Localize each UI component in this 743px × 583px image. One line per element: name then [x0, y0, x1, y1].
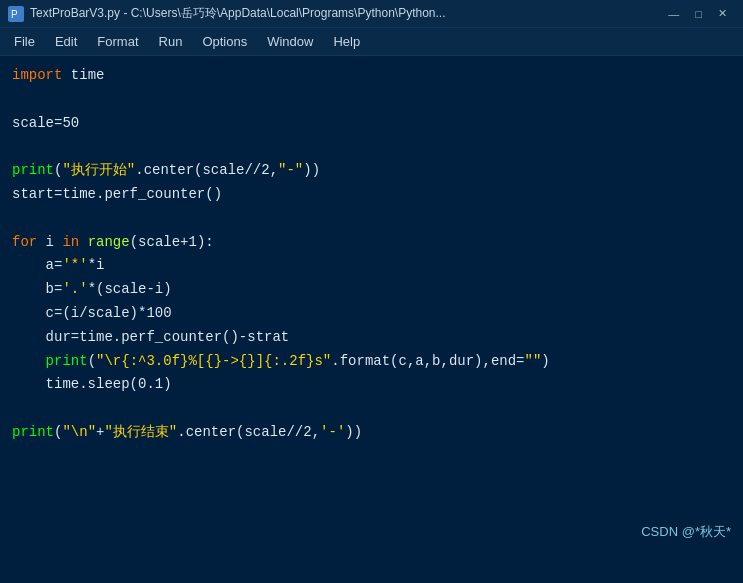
menu-options[interactable]: Options [192, 32, 257, 51]
code-line-8: for i in range(scale+1): [12, 231, 731, 255]
menu-format[interactable]: Format [87, 32, 148, 51]
code-line-12: dur=time.perf_counter()-strat [12, 326, 731, 350]
menu-window[interactable]: Window [257, 32, 323, 51]
svg-text:P: P [11, 9, 18, 20]
code-editor[interactable]: import time scale=50 print("执行开始".center… [0, 56, 743, 555]
maximize-button[interactable]: □ [687, 8, 710, 20]
code-line-11: c=(i/scale)*100 [12, 302, 731, 326]
menu-file[interactable]: File [4, 32, 45, 51]
code-line-5: print("执行开始".center(scale//2,"-")) [12, 159, 731, 183]
code-line-7 [12, 207, 731, 231]
code-line-1: import time [12, 64, 731, 88]
code-line-13: print("\r{:^3.0f}%[{}->{}]{:.2f}s".forma… [12, 350, 731, 374]
code-line-9: a='*'*i [12, 254, 731, 278]
code-line-10: b='.'*(scale-i) [12, 278, 731, 302]
code-line-2 [12, 88, 731, 112]
menu-run[interactable]: Run [149, 32, 193, 51]
code-line-15 [12, 397, 731, 421]
menu-help[interactable]: Help [323, 32, 370, 51]
app-icon: P [8, 6, 24, 22]
window-title: TextProBarV3.py - C:\Users\岳巧玲\AppData\L… [30, 5, 660, 22]
menu-bar: File Edit Format Run Options Window Help [0, 28, 743, 56]
code-line-14: time.sleep(0.1) [12, 373, 731, 397]
branding-text: CSDN @*秋天* [641, 521, 731, 543]
code-line-3: scale=50 [12, 112, 731, 136]
code-line-6: start=time.perf_counter() [12, 183, 731, 207]
code-line-16: print("\n"+"执行结束".center(scale//2,'-')) [12, 421, 731, 445]
title-bar: P TextProBarV3.py - C:\Users\岳巧玲\AppData… [0, 0, 743, 28]
code-line-4 [12, 135, 731, 159]
minimize-button[interactable]: — [660, 8, 687, 20]
menu-edit[interactable]: Edit [45, 32, 87, 51]
close-button[interactable]: ✕ [710, 7, 735, 20]
